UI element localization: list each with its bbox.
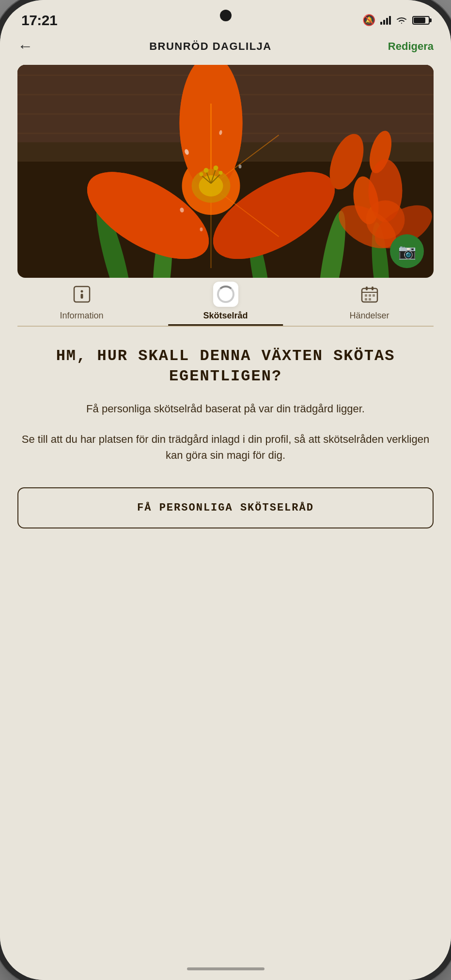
front-camera <box>220 10 232 21</box>
tab-row: Information Skötselråd <box>0 282 451 326</box>
status-time: 17:21 <box>21 12 57 29</box>
tab-divider <box>17 326 434 327</box>
tab-information[interactable]: Information <box>10 282 154 326</box>
svg-rect-55 <box>372 286 373 290</box>
information-tab-label: Information <box>60 311 103 321</box>
svg-point-34 <box>214 166 218 170</box>
nav-header: ← BRUNRÖD DAGLILJA Redigera <box>0 31 451 61</box>
bell-icon: 🔕 <box>362 14 375 27</box>
svg-rect-0 <box>380 22 382 25</box>
plant-image-container: 📷 <box>17 65 434 278</box>
tab-handelser[interactable]: Händelser <box>297 282 441 326</box>
information-tab-icon-wrapper <box>69 282 94 307</box>
skotselrad-tab-label: Skötselråd <box>203 311 248 321</box>
edit-button[interactable]: Redigera <box>388 40 434 53</box>
tab-skotselrad[interactable]: Skötselråd <box>154 282 297 326</box>
svg-rect-2 <box>386 18 388 25</box>
content-area: HM, HUR SKALL DENNA VÄXTEN SKÖTAS EGENTL… <box>0 327 451 548</box>
svg-point-36 <box>200 172 203 176</box>
svg-rect-58 <box>373 294 375 297</box>
status-icons: 🔕 <box>362 14 430 27</box>
svg-rect-51 <box>80 294 83 299</box>
content-heading: HM, HUR SKALL DENNA VÄXTEN SKÖTAS EGENTL… <box>17 346 434 386</box>
back-button[interactable]: ← <box>17 37 33 55</box>
phone-frame: 17:21 🔕 <box>0 0 451 980</box>
content-description: Se till att du har platsen för din trädg… <box>17 431 434 463</box>
home-indicator <box>187 967 264 970</box>
svg-rect-1 <box>383 20 385 25</box>
add-photo-button[interactable]: 📷 <box>390 234 424 268</box>
cta-button[interactable]: FÅ PERSONLIGA SKÖTSELRÅD <box>17 487 434 528</box>
page-title: BRUNRÖD DAGLILJA <box>149 40 272 53</box>
svg-rect-60 <box>369 298 371 301</box>
battery-icon <box>412 16 430 25</box>
handelser-tab-label: Händelser <box>349 311 389 321</box>
handelser-tab-icon-wrapper <box>357 282 382 307</box>
calendar-icon <box>361 286 378 303</box>
svg-rect-3 <box>389 16 391 25</box>
tab-section: Information Skötselråd <box>0 282 451 327</box>
svg-point-28 <box>199 175 223 196</box>
loading-spinner <box>217 286 234 303</box>
info-icon <box>73 286 91 303</box>
content-subtitle: Få personliga skötselråd baserat på var … <box>17 401 434 417</box>
signal-icon <box>380 16 391 25</box>
svg-rect-57 <box>369 294 371 297</box>
camera-icon: 📷 <box>398 243 416 260</box>
svg-point-48 <box>200 227 203 231</box>
svg-rect-59 <box>365 298 367 301</box>
wifi-icon <box>396 16 407 25</box>
plant-image <box>17 65 434 278</box>
svg-point-50 <box>80 290 83 293</box>
skotselrad-tab-icon-wrapper <box>213 282 238 307</box>
screen: 17:21 🔕 <box>0 0 451 980</box>
svg-rect-54 <box>366 286 368 290</box>
svg-point-35 <box>219 171 223 175</box>
svg-point-46 <box>239 165 242 168</box>
svg-rect-56 <box>365 294 367 297</box>
svg-point-33 <box>204 168 209 173</box>
